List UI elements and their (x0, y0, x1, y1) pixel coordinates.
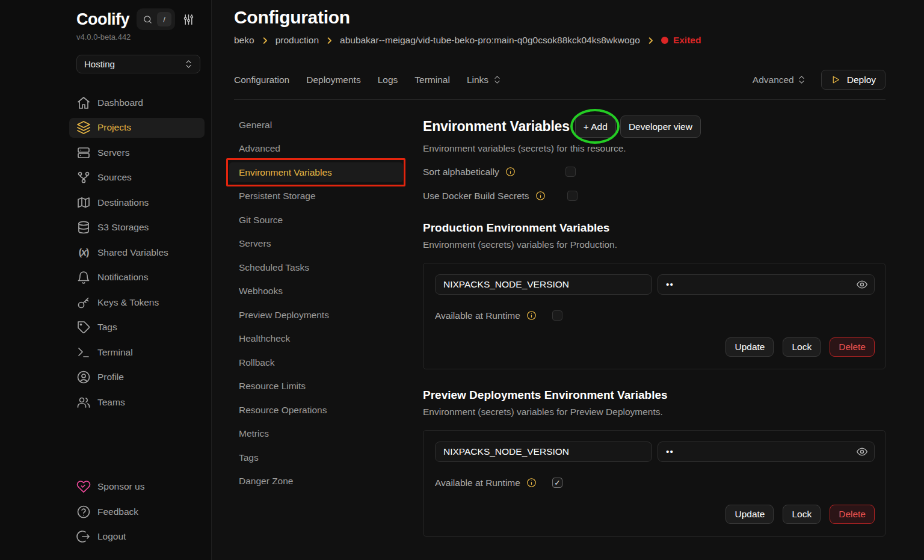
advanced-dropdown[interactable]: Advanced (753, 75, 807, 85)
delete-button[interactable]: Delete (830, 337, 875, 357)
main-area: Configuration beko production abubakar--… (212, 0, 924, 560)
content: General Advanced Environment Variables P… (234, 100, 886, 560)
subnav-item-persistent-storage[interactable]: Persistent Storage (229, 186, 403, 206)
docker-build-secrets-row: Use Docker Build Secrets (423, 189, 886, 202)
preview-section-title: Preview Deployments Environment Variable… (423, 389, 886, 402)
sort-alphabetically-label: Sort alphabetically (423, 167, 499, 177)
deploy-button[interactable]: Deploy (821, 70, 886, 90)
variable-name-input[interactable] (435, 274, 652, 295)
subnav-label: Preview Deployments (239, 310, 329, 321)
add-button-wrap: + Add (575, 115, 616, 138)
sort-alphabetically-checkbox[interactable] (565, 167, 576, 177)
sidebar-item-sources[interactable]: Sources (69, 168, 205, 188)
sidebar-item-profile[interactable]: Profile (69, 368, 205, 387)
info-icon[interactable] (526, 310, 537, 321)
subnav-label: General (239, 120, 272, 131)
panel-title: Environment Variables (423, 118, 570, 135)
subnav-item-metrics[interactable]: Metrics (229, 424, 403, 444)
subnav-item-advanced[interactable]: Advanced (229, 139, 403, 159)
sidebar-item-notifications[interactable]: Notifications (69, 268, 205, 288)
search-button[interactable]: / (137, 8, 175, 30)
sidebar-item-sponsor-us[interactable]: Sponsor us (69, 477, 205, 497)
sidebar-item-destinations[interactable]: Destinations (69, 192, 205, 212)
info-icon[interactable] (535, 191, 546, 201)
tab-links-label: Links (467, 75, 488, 85)
sidebar-item-label: Notifications (97, 272, 148, 283)
reveal-value-button[interactable] (856, 278, 868, 291)
sidebar-item-label: Terminal (97, 347, 133, 358)
tab-deployments[interactable]: Deployments (306, 75, 360, 85)
subnav-item-webhooks[interactable]: Webhooks (229, 282, 403, 301)
subnav-item-resource-operations[interactable]: Resource Operations (229, 400, 403, 420)
subnav-item-general[interactable]: General (229, 115, 403, 135)
delete-button[interactable]: Delete (830, 505, 875, 524)
available-at-runtime-row: Available at Runtime (435, 476, 875, 489)
tab-terminal[interactable]: Terminal (414, 75, 450, 85)
sidebar-item-shared-variables[interactable]: (x) Shared Variables (69, 242, 205, 262)
home-icon (76, 96, 91, 110)
subnav-item-environment-variables[interactable]: Environment Variables (229, 162, 403, 182)
app-version: v4.0.0-beta.442 (76, 32, 200, 42)
sidebar-item-label: Servers (97, 147, 129, 158)
available-at-runtime-checkbox[interactable] (552, 478, 562, 488)
team-select[interactable]: Hosting (76, 55, 200, 73)
lock-button[interactable]: Lock (783, 505, 821, 524)
subnav-label: Metrics (239, 428, 269, 439)
sidebar-item-logout[interactable]: Logout (69, 527, 205, 547)
user-circle-icon (76, 370, 91, 384)
tab-links[interactable]: Links (467, 75, 502, 85)
update-button[interactable]: Update (725, 337, 774, 357)
breadcrumb-team[interactable]: beko (234, 35, 254, 46)
subnav-item-resource-limits[interactable]: Resource Limits (229, 377, 403, 396)
subnav-item-tags[interactable]: Tags (229, 448, 403, 467)
sidebar-item-feedback[interactable]: Feedback (69, 502, 205, 522)
add-variable-button[interactable]: + Add (575, 115, 616, 138)
sidebar-item-label: S3 Storages (97, 222, 149, 233)
tab-configuration[interactable]: Configuration (234, 75, 289, 85)
sidebar-item-servers[interactable]: Servers (69, 143, 205, 162)
bell-icon (76, 270, 91, 285)
sidebar-item-terminal[interactable]: Terminal (69, 342, 205, 362)
info-icon[interactable] (505, 167, 516, 177)
sidebar-item-label: Shared Variables (97, 247, 168, 258)
update-button[interactable]: Update (725, 505, 774, 524)
sidebar-item-dashboard[interactable]: Dashboard (69, 93, 205, 112)
variable-name-input[interactable] (435, 442, 652, 462)
breadcrumb: beko production abubakar--meigag/vid-tub… (234, 35, 886, 46)
sidebar-item-teams[interactable]: Teams (69, 392, 205, 412)
subnav-label: Persistent Storage (239, 191, 316, 202)
reveal-value-button[interactable] (856, 446, 868, 458)
breadcrumb-environment[interactable]: production (276, 35, 319, 46)
sidebar-item-label: Feedback (97, 506, 138, 517)
settings-sliders-button[interactable] (182, 13, 195, 26)
subnav-label: Servers (239, 238, 271, 249)
subnav-label: Healthcheck (239, 333, 290, 344)
tab-logs[interactable]: Logs (378, 75, 398, 85)
available-at-runtime-checkbox[interactable] (552, 310, 562, 321)
sidebar-item-tags[interactable]: Tags (69, 318, 205, 337)
docker-build-secrets-checkbox[interactable] (567, 191, 578, 201)
subnav-item-healthcheck[interactable]: Healthcheck (229, 329, 403, 349)
subnav-item-scheduled-tasks[interactable]: Scheduled Tasks (229, 257, 403, 277)
sidebar-item-s3-storages[interactable]: S3 Storages (69, 218, 205, 238)
info-icon[interactable] (526, 478, 537, 488)
variable-value-input[interactable] (658, 274, 875, 295)
sidebar-item-projects[interactable]: Projects (69, 118, 205, 138)
subnav-label: Tags (239, 452, 259, 463)
subnav-item-rollback[interactable]: Rollback (229, 352, 403, 372)
config-subnav: General Advanced Environment Variables P… (229, 115, 403, 560)
variable-actions: Update Lock Delete (435, 337, 875, 357)
key-icon (76, 295, 91, 310)
sidebar-item-keys-tokens[interactable]: Keys & Tokens (69, 292, 205, 312)
subnav-item-danger-zone[interactable]: Danger Zone (229, 472, 403, 491)
developer-view-button[interactable]: Developer view (620, 115, 701, 138)
lock-button[interactable]: Lock (783, 337, 821, 357)
subnav-item-preview-deployments[interactable]: Preview Deployments (229, 305, 403, 325)
subnav-item-servers[interactable]: Servers (229, 234, 403, 254)
subnav-label: Scheduled Tasks (239, 262, 309, 273)
breadcrumb-resource[interactable]: abubakar--meigag/vid-tube-beko-pro:main-… (340, 35, 640, 46)
variable-value-input[interactable] (658, 442, 875, 462)
available-at-runtime-label: Available at Runtime (435, 310, 520, 321)
subnav-item-git-source[interactable]: Git Source (229, 210, 403, 230)
sidebar-item-label: Logout (97, 531, 126, 542)
